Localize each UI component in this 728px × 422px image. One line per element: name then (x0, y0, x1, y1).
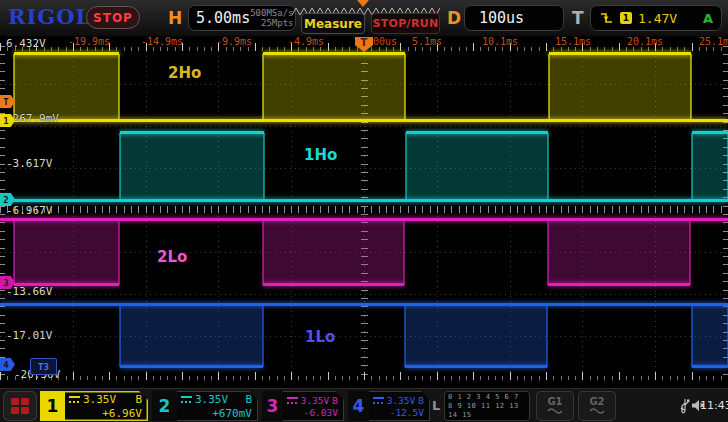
sine-icon (589, 407, 605, 415)
rigol-logo: RIGOL (8, 4, 91, 29)
generator-1-label: G1 (547, 397, 562, 407)
ch2-pulse-line (406, 131, 548, 134)
ch3-pulse-fill (263, 220, 404, 284)
ch3-rest-line (0, 218, 728, 221)
voltage-label: -6.967V (6, 204, 52, 217)
bottom-status-bar: 1 3.35V B +6.96V 2 3.35V B +670mV 3 (0, 388, 728, 422)
channel-4-offset: -12.5V (373, 407, 424, 418)
ch2-edge (691, 133, 693, 201)
channel-4-level-marker[interactable]: 4 (0, 358, 15, 371)
channel-4-number: 4 (348, 391, 369, 421)
trigger-level-value: 1.47V (638, 11, 677, 26)
ch2-pulse-fill (406, 133, 548, 200)
delay-label: D (447, 8, 461, 28)
channel-2-bandwidth: B (245, 393, 252, 406)
ch4-pulse-line (692, 365, 728, 368)
ch1-pulse-line (14, 52, 119, 55)
ch2-edge (263, 133, 265, 201)
channel-2-box[interactable]: 2 3.35V B +670mV (152, 391, 258, 421)
ch4-pulse-fill (692, 305, 728, 366)
sample-rate-readout: 500MSa/s 25Mpts (250, 8, 293, 28)
ch1-rest-line (0, 119, 728, 122)
time-label: -19.9ms (68, 36, 110, 47)
generator-1-button[interactable]: G1 (536, 391, 574, 421)
ch4-pulse-line (120, 365, 263, 368)
ch4-edge (119, 305, 121, 367)
ch3-edge (547, 220, 549, 285)
ch4-pulse-line (405, 365, 547, 368)
delay-box[interactable]: 100us (464, 5, 564, 31)
ch3-edge (13, 220, 15, 285)
ch4-edge (546, 305, 548, 367)
time-label: 25.1ms (699, 36, 728, 47)
dc-coupling-icon (373, 396, 384, 405)
ch4-edge (691, 305, 693, 367)
acquisition-status-badge[interactable]: STOP (86, 6, 140, 29)
ch2-pulse-fill (120, 133, 264, 200)
ch2-edge (405, 133, 407, 201)
channel-2-offset: +670mV (181, 407, 252, 420)
time-label: 15.1ms (555, 36, 591, 47)
channel-1-box[interactable]: 1 3.35V B +6.96V (40, 391, 148, 421)
dc-coupling-icon (287, 396, 298, 405)
ch3-pulse-line (548, 283, 690, 286)
grid-center-hticks (0, 206, 728, 213)
channel-3-scale: 3.35V (301, 395, 330, 406)
generator-2-label: G2 (589, 397, 604, 407)
channel-1-offset: +6.96V (69, 407, 142, 420)
channel-4-scale: 3.35V (387, 395, 416, 406)
ch4-pulse-fill (120, 305, 263, 366)
time-label: 20.1ms (627, 36, 663, 47)
channel-3-number: 3 (262, 391, 283, 421)
ch1-pulse-fill (549, 54, 691, 120)
menu-button[interactable] (3, 391, 37, 421)
delay-value: 100us (479, 9, 524, 27)
channel-1-number: 1 (40, 391, 65, 421)
channel-1-scale: 3.35V (83, 393, 116, 406)
ch2-pulse-line (692, 131, 728, 134)
ch1-pulse-fill (14, 54, 119, 120)
logic-row-2: 8 9 10 11 12 13 14 15 (448, 402, 526, 420)
logic-row-1: 0 1 2 3 4 5 6 7 (448, 393, 526, 402)
ch4-rest-line (0, 303, 728, 306)
ch1-edge (690, 54, 692, 121)
channel-2-number: 2 (152, 391, 177, 421)
ch1-edge (118, 54, 120, 121)
generator-2-button[interactable]: G2 (578, 391, 616, 421)
timebase-box[interactable]: 5.00ms 500MSa/s 25Mpts (188, 5, 296, 31)
ch3-edge (118, 220, 120, 285)
logic-channels-box[interactable]: 0 1 2 3 4 5 6 7 8 9 10 11 12 13 14 15 (444, 391, 530, 421)
usb-icon (680, 398, 690, 414)
oscilloscope-screen: RIGOL STOP H 5.00ms 500MSa/s 25Mpts Meas… (0, 0, 728, 422)
time-label: -4.9ms (288, 36, 324, 47)
voltage-label: -3.617V (6, 157, 52, 170)
dc-coupling-icon (181, 395, 192, 404)
trigger-info-box[interactable]: 1 1.47V A (590, 5, 722, 31)
ch1-edge (13, 54, 15, 121)
ch3-edge (403, 220, 405, 285)
channel-3-box[interactable]: 3 3.35V B -6.03V (262, 391, 344, 421)
channel-4-box[interactable]: 4 3.35V B -12.5V (348, 391, 430, 421)
sine-icon (547, 407, 563, 415)
channel-3-offset: -6.03V (287, 407, 338, 418)
measure-button[interactable]: Measure (301, 13, 365, 34)
ch3-pulse-line (263, 283, 404, 286)
ch1-edge (404, 54, 406, 121)
time-label: -14.9ms (141, 36, 183, 47)
stop-run-button[interactable]: STOP/RUN (371, 13, 440, 34)
ch3-pulse-fill (548, 220, 690, 284)
ch1-annotation-label: 2Ho (168, 64, 201, 82)
ch1-edge (548, 54, 550, 121)
top-scale-voltage-label: 6.432V (6, 37, 46, 50)
channel-4-bandwidth: B (418, 395, 424, 406)
ch2-edge (119, 133, 121, 201)
time-label: 5.1ms (412, 36, 442, 47)
channel-1-bandwidth: B (135, 393, 142, 406)
ch4-edge (404, 305, 406, 367)
t3-badge: T3 (30, 358, 57, 375)
trigger-position-pointer-icon (357, 0, 369, 7)
clock: 11:43 (700, 399, 728, 412)
ch3-edge (262, 220, 264, 285)
ch2-edge (547, 133, 549, 201)
ch3-edge (689, 220, 691, 285)
